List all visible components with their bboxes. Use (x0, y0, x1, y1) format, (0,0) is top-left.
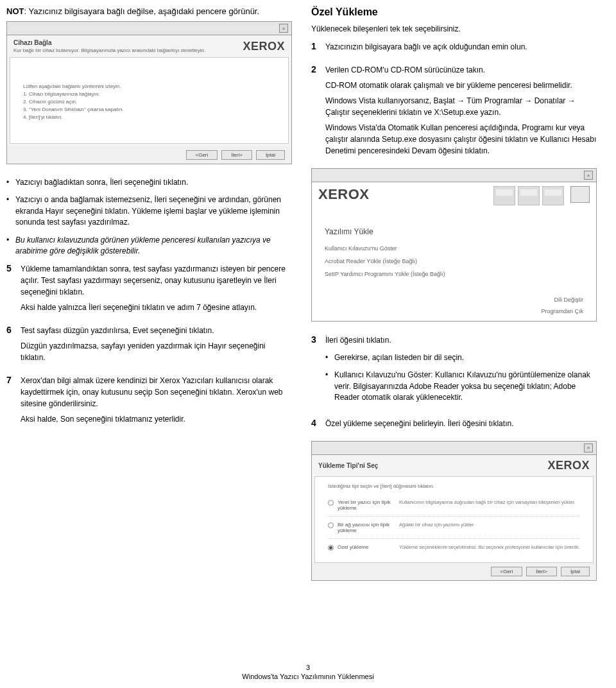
radio-custom[interactable]: Özel yükleme Yükleme seçeneklerini seçeb… (328, 539, 580, 556)
dlg2-link3[interactable]: SetIP Yardımcı Programını Yükle (İsteğe … (325, 271, 583, 277)
bullet-2: Yazıcıyı o anda bağlamak istemezseniz, İ… (6, 194, 292, 228)
printer-icon (542, 186, 564, 205)
note-line: NOT: Yazıcınız bilgisayara bağlı değilse… (6, 6, 292, 16)
dlg2-exit[interactable]: Programdan Çık (325, 308, 583, 314)
install-software-dialog: × XEROX Yazılımı Yükle Kullanıcı Kılavuz… (311, 168, 597, 322)
step-3: 3 İleri öğesini tıklatın. Gerekirse, açı… (311, 334, 597, 410)
step-2: 2 Verilen CD-ROM'u CD-ROM sürücünüze tak… (311, 64, 597, 160)
monitor-icon (570, 186, 590, 203)
step-5: 5 Yükleme tamamlandıktan sonra, test say… (6, 263, 292, 317)
dlg2-lang[interactable]: Dili Değiştir (325, 297, 583, 303)
step-4: 4 Özel yükleme seçeneğini belirleyin. İl… (311, 418, 597, 433)
left-bullets: Yazıcıyı bağladıktan sonra, İleri seçene… (6, 177, 292, 257)
step-6: 6 Test sayfası düzgün yazdırılırsa, Evet… (6, 325, 292, 367)
intro-text: Yüklenecek bileşenleri tek tek seçebilir… (311, 24, 597, 33)
dlg2-link2[interactable]: Acrobat Reader Yükle (İsteğe Bağlı) (325, 258, 583, 264)
s2-c: Windows Vista kullanıyorsanız, Başlat → … (325, 95, 597, 118)
footer-title: Windows'ta Yazıcı Yazılımının Yüklenmesi (0, 673, 616, 680)
xerox-logo: XEROX (243, 40, 285, 53)
radio-icon[interactable] (328, 500, 334, 506)
dlg1-line2: 2. Cihazın gücünü açın. (23, 98, 275, 106)
install-type-dialog: × Yükleme Tipi'ni Seç XEROX İstediğiniz … (311, 441, 597, 581)
s2-b: CD-ROM otomatik olarak çalışmalı ve bir … (325, 80, 597, 91)
dlg1-line3: 3. "Yeni Donanım Sihirbazı" çıkarsa kapa… (23, 106, 275, 114)
s4-text: Özel yükleme seçeneğini belirleyin. İler… (325, 418, 597, 429)
bullet-1: Yazıcıyı bağladıktan sonra, İleri seçene… (6, 177, 292, 188)
dlg1-intro: Lütfen aşağıdaki bağlantı yöntemini izle… (23, 83, 275, 90)
next-button[interactable]: İleri> (526, 567, 557, 576)
close-icon[interactable]: × (584, 171, 593, 180)
s3-bullet1: Gerekirse, açılan listeden bir dil seçin… (325, 352, 597, 363)
s6-text-a: Test sayfası düzgün yazdırılırsa, Evet s… (21, 325, 292, 336)
s5-text-a: Yükleme tamamlandıktan sonra, test sayfa… (21, 263, 292, 298)
xerox-logo: XEROX (318, 186, 370, 203)
radio-network[interactable]: Bir ağ yazıcısı için tipik yükleme Ağdak… (328, 517, 580, 539)
dlg2-link1[interactable]: Kullanıcı Kılavuzu'nu Göster (325, 245, 583, 252)
back-button[interactable]: <Geri (491, 567, 523, 576)
printer-icons (493, 186, 590, 205)
right-column: Özel Yükleme Yüklenecek bileşenleri tek … (311, 6, 597, 594)
radio-icon[interactable] (328, 545, 334, 551)
bullet-3: Bu kullanıcı kılavuzunda görünen yükleme… (6, 235, 292, 257)
dlg1-line4: 4. [İleri]'yi tıklatın. (23, 114, 275, 121)
step-7: 7 Xerox'dan bilgi almak üzere kendinizi … (6, 375, 292, 429)
printer-icon (518, 186, 540, 205)
cancel-button[interactable]: İptal (561, 567, 590, 576)
note-text: : Yazıcınız bilgisayara bağlı değilse, a… (24, 6, 259, 16)
s3-text: İleri öğesini tıklatın. (325, 334, 597, 346)
dlg3-sub: İstediğiniz tipi seçin ve [İleri] düğmes… (328, 483, 580, 489)
cancel-button[interactable]: İptal (256, 150, 285, 160)
page-footer: 3 Windows'ta Yazıcı Yazılımının Yüklenme… (0, 664, 616, 680)
dlg1-body: Lütfen aşağıdaki bağlantı yöntemini izle… (10, 57, 289, 144)
dlg1-line1: 1. Cihazı bilgisayarınıza bağlayın. (23, 90, 275, 98)
next-button[interactable]: İleri> (221, 150, 252, 160)
s2-d: Windows Vista'da Otomatik Kullan pencere… (325, 122, 597, 157)
s7-text-b: Aksi halde, Son seçeneğini tıklatmanız y… (21, 413, 292, 425)
s6-text-b: Düzgün yazdırılmazsa, sayfayı yeniden ya… (21, 340, 292, 363)
dlg1-sub: Kur bağlı bir cihaz bulamıyor. Bilgisaya… (13, 47, 205, 53)
left-column: NOT: Yazıcınız bilgisayara bağlı değilse… (6, 6, 292, 594)
close-icon[interactable]: × (279, 24, 288, 33)
s5-text-b: Aksi halde yalnızca İleri seçeneğini tık… (21, 302, 292, 313)
connect-device-dialog: × Cihazı Bağla Kur bağlı bir cihaz bulam… (6, 21, 292, 164)
xerox-logo: XEROX (547, 459, 590, 472)
dlg3-title: Yükleme Tipi'ni Seç (318, 462, 378, 469)
s1-text: Yazıcınızın bilgisayara bağlı ve açık ol… (325, 41, 597, 53)
dlg1-title: Cihazı Bağla (13, 39, 51, 46)
dlg2-title: Yazılımı Yükle (325, 227, 583, 236)
back-button[interactable]: <Geri (186, 150, 218, 160)
printer-icon (493, 186, 515, 205)
custom-install-heading: Özel Yükleme (311, 6, 597, 18)
close-icon[interactable]: × (584, 443, 593, 452)
note-prefix: NOT (6, 6, 24, 16)
page-number: 3 (0, 664, 616, 671)
s2-a: Verilen CD-ROM'u CD-ROM sürücünüze takın… (325, 64, 597, 76)
s7-text-a: Xerox'dan bilgi almak üzere kendinizi bi… (21, 375, 292, 409)
radio-icon[interactable] (328, 522, 334, 528)
radio-local[interactable]: Yerel bir yazıcı için tipik yükleme Kull… (328, 494, 580, 517)
s3-bullet2: Kullanıcı Kılavuzu'nu Göster: Kullanıcı … (325, 370, 597, 403)
step-1: 1 Yazıcınızın bilgisayara bağlı ve açık … (311, 41, 597, 56)
